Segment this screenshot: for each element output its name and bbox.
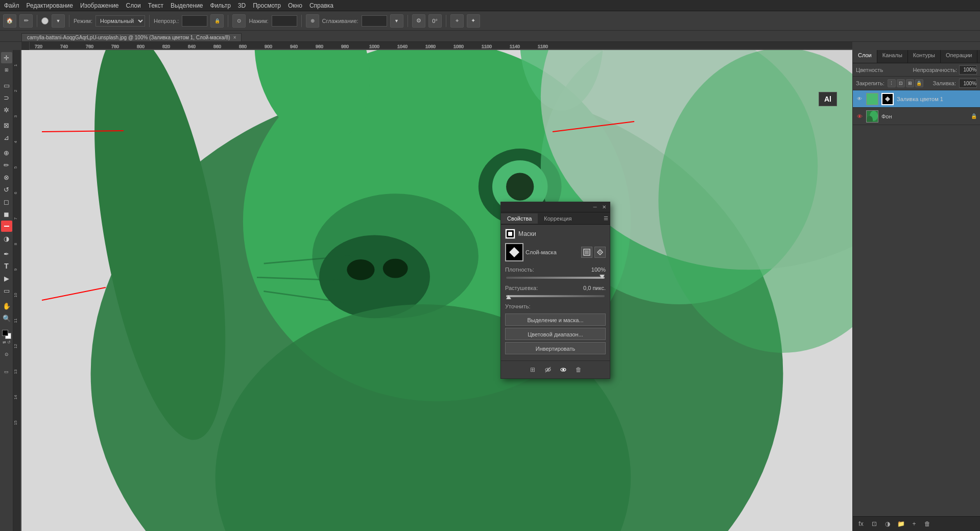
tab-actions[interactable]: Операции bbox=[941, 50, 977, 63]
layer-mask-btn[interactable]: ⊡ bbox=[869, 519, 879, 529]
screen-mode-btn[interactable]: ▭ bbox=[1, 366, 12, 377]
type-tool[interactable]: T bbox=[1, 260, 12, 272]
layer-visibility-btn-2[interactable]: 👁 bbox=[856, 113, 863, 120]
opacity-lock-btn[interactable]: 🔒 bbox=[210, 14, 224, 28]
tab-layers[interactable]: Слои bbox=[853, 50, 877, 63]
layer-style-btn[interactable]: fx bbox=[856, 519, 866, 529]
props-tab-properties[interactable]: Свойства bbox=[501, 213, 538, 224]
props-feather-slider[interactable] bbox=[505, 295, 606, 297]
pen-tool[interactable]: ✒ bbox=[1, 248, 12, 259]
switch-colors-btn[interactable]: ⇄ bbox=[3, 340, 6, 345]
svg-text:1140: 1140 bbox=[510, 44, 520, 49]
blur-tool[interactable] bbox=[1, 221, 12, 232]
hand-tool[interactable]: ✋ bbox=[1, 300, 12, 311]
crop-tool[interactable]: ⊠ bbox=[1, 119, 12, 131]
dodge-tool[interactable]: ◑ bbox=[1, 233, 12, 244]
props-minimize-btn[interactable]: ─ bbox=[591, 204, 599, 211]
menu-item-text[interactable]: Текст bbox=[148, 2, 163, 9]
magic-wand-tool[interactable]: ✲ bbox=[1, 104, 12, 115]
menu-item-filter[interactable]: Фильтр bbox=[210, 2, 231, 9]
clone-stamp-tool[interactable]: ⊗ bbox=[1, 172, 12, 183]
tab-channels[interactable]: Каналы bbox=[877, 50, 908, 63]
menu-item-image[interactable]: Изображение bbox=[80, 2, 119, 9]
props-invert-btn[interactable]: Инвертировать bbox=[505, 342, 606, 354]
menu-item-window[interactable]: Окно bbox=[288, 2, 302, 9]
path-selection-tool[interactable]: ▶ bbox=[1, 273, 12, 284]
menu-item-help[interactable]: Справка bbox=[309, 2, 333, 9]
props-grid-btn[interactable]: ⊞ bbox=[527, 364, 538, 375]
quick-mask-btn[interactable]: ⊙ bbox=[1, 349, 12, 360]
fill-input[interactable] bbox=[959, 79, 977, 88]
color-mode-label: Цветность bbox=[856, 67, 910, 73]
svg-text:1080: 1080 bbox=[453, 44, 464, 49]
menu-item-layers[interactable]: Слои bbox=[126, 2, 141, 9]
blending-options-btn[interactable]: ▼ bbox=[390, 14, 403, 28]
props-eye-btn[interactable] bbox=[558, 364, 569, 375]
brush-options-btn[interactable]: ▼ bbox=[52, 14, 65, 28]
reset-colors-btn[interactable]: ↺ bbox=[7, 340, 11, 345]
blending-input-tb[interactable]: 0% bbox=[362, 15, 387, 27]
brush-tool[interactable]: ✏ bbox=[1, 159, 12, 171]
props-mask-add-pixel-btn[interactable] bbox=[581, 247, 592, 258]
lock-position-btn[interactable]: ⋮ bbox=[888, 79, 896, 87]
props-eye-slash-btn[interactable] bbox=[542, 364, 554, 375]
layer-new-btn[interactable]: + bbox=[909, 519, 919, 529]
props-mask-add-vector-btn[interactable] bbox=[594, 247, 606, 258]
canvas-area[interactable]: Al bbox=[21, 50, 852, 531]
brush-preset-btn[interactable] bbox=[41, 17, 49, 25]
opacity-panel-input[interactable] bbox=[959, 65, 977, 75]
settings-btn[interactable]: ⚙ bbox=[412, 14, 425, 28]
gradient-tool[interactable]: ◼ bbox=[1, 208, 12, 220]
tab-paths[interactable]: Контуры bbox=[908, 50, 941, 63]
home-btn[interactable]: 🏠 bbox=[3, 14, 16, 28]
eyedropper-tool[interactable]: ⊿ bbox=[1, 132, 12, 143]
document-close-btn[interactable]: × bbox=[233, 35, 236, 40]
artboard-tool[interactable]: ⊞ bbox=[1, 64, 12, 76]
extra-btn[interactable]: ✦ bbox=[467, 14, 480, 28]
lock-all-btn[interactable]: 🔒 bbox=[915, 79, 923, 87]
menu-item-edit[interactable]: Редактирование bbox=[27, 2, 73, 9]
svg-text:3: 3 bbox=[13, 115, 18, 117]
props-select-mask-btn[interactable]: Выделение и маска... bbox=[505, 313, 606, 326]
props-color-range-btn[interactable]: Цветовой диапазон... bbox=[505, 328, 606, 340]
document-tab[interactable]: camylla-battani-AoqgGAqrLpU-unsplash.jpg… bbox=[21, 33, 242, 41]
opacity-input-tb[interactable]: 100% bbox=[182, 15, 207, 27]
menu-item-view[interactable]: Просмотр bbox=[253, 2, 281, 9]
shape-tool[interactable]: ▭ bbox=[1, 285, 12, 296]
menu-item-3d[interactable]: 3D bbox=[238, 2, 246, 9]
spot-healing-tool[interactable]: ⊕ bbox=[1, 147, 12, 158]
layer-delete-btn[interactable]: 🗑 bbox=[922, 519, 933, 529]
marquee-tool[interactable]: ▭ bbox=[1, 80, 12, 91]
move-tool[interactable]: ✛ bbox=[1, 52, 12, 63]
props-tab-correction[interactable]: Коррекция bbox=[538, 213, 578, 224]
svg-text:740: 740 bbox=[60, 44, 68, 49]
props-close-btn[interactable]: ✕ bbox=[601, 204, 608, 211]
layer-visibility-btn-1[interactable]: 👁 bbox=[856, 95, 863, 103]
angle-btn[interactable]: 0° bbox=[428, 14, 442, 28]
svg-text:8: 8 bbox=[13, 243, 18, 245]
zoom-tool[interactable]: 🔍 bbox=[1, 312, 12, 324]
smudge-btn[interactable]: ⊕ bbox=[306, 14, 319, 28]
props-density-slider[interactable] bbox=[505, 277, 606, 279]
lock-image-btn[interactable]: ⊡ bbox=[897, 79, 905, 87]
symmetry-btn[interactable]: ⌖ bbox=[450, 14, 464, 28]
mode-select[interactable]: Нормальный bbox=[95, 15, 145, 27]
menu-item-select[interactable]: Выделение bbox=[171, 2, 203, 9]
lasso-tool[interactable]: ⊃ bbox=[1, 92, 12, 103]
layer-group-btn[interactable]: 📁 bbox=[896, 519, 906, 529]
brush-tool-btn[interactable]: ✏ bbox=[19, 14, 33, 28]
layer-item-fill[interactable]: 👁 Заливка цветом 1 bbox=[853, 90, 980, 108]
svg-point-51 bbox=[383, 259, 408, 278]
history-brush-tool[interactable]: ↺ bbox=[1, 184, 12, 195]
props-delete-btn[interactable]: 🗑 bbox=[573, 364, 584, 375]
eraser-tool[interactable]: ◻ bbox=[1, 196, 12, 207]
menu-item-file[interactable]: Файл bbox=[4, 2, 19, 9]
airbrush-btn[interactable]: ⊙ bbox=[232, 14, 246, 28]
props-panel-menu-btn[interactable]: ☰ bbox=[602, 212, 610, 225]
pressure-input-tb[interactable]: 100% bbox=[272, 15, 297, 27]
layer-adjustment-btn[interactable]: ◑ bbox=[882, 519, 893, 529]
svg-text:940: 940 bbox=[290, 44, 298, 49]
tab-history[interactable]: История bbox=[977, 50, 980, 63]
lock-artboard-btn[interactable]: ⊞ bbox=[906, 79, 914, 87]
layer-item-background[interactable]: 👁 Фон 🔒 bbox=[853, 108, 980, 125]
